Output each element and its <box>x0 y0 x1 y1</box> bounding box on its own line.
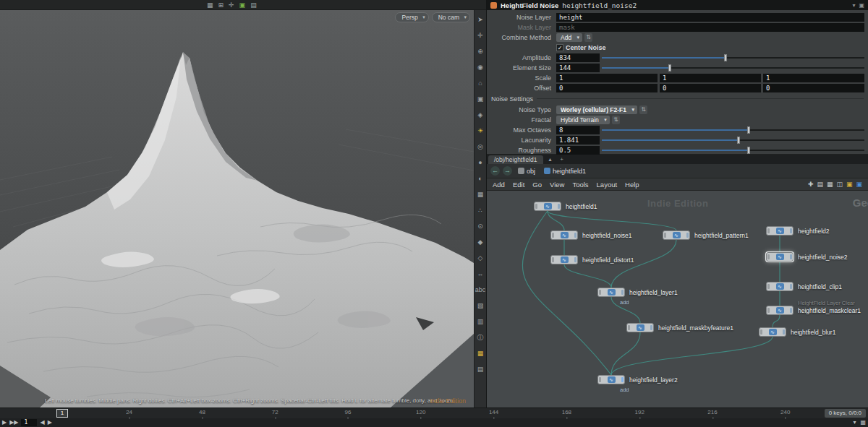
fractal-dropdown[interactable]: Hybrid Terrain <box>556 116 610 124</box>
display-options-icon[interactable]: ▣ <box>856 178 862 191</box>
camera-icon[interactable]: ◎ <box>475 139 486 155</box>
combine-method-stepper-icon[interactable]: ⇅ <box>584 33 592 42</box>
scale-field-0[interactable]: 1 <box>556 74 658 82</box>
breadcrumb-heightfield1[interactable]: heightfield1 <box>541 167 589 176</box>
breadcrumb-obj[interactable]: obj <box>515 167 538 176</box>
menu-edit[interactable]: Edit <box>513 181 524 189</box>
node-bypass-flag[interactable] <box>760 329 762 335</box>
slider-handle[interactable] <box>747 126 750 134</box>
menu-view[interactable]: View <box>550 181 564 189</box>
element-size-value-field[interactable]: 144 <box>556 64 600 72</box>
node-heightfield-distort1[interactable]: ∿heightfield_distort1 <box>550 255 578 264</box>
lock-camera-icon[interactable]: ◈ <box>475 107 486 123</box>
terrain-render[interactable] <box>0 10 474 407</box>
node-bypass-flag[interactable] <box>767 254 770 259</box>
pan-tool-icon[interactable]: ✛ <box>475 27 486 43</box>
group-select-icon[interactable]: ◆ <box>475 234 486 250</box>
node-display-flag[interactable] <box>790 284 792 289</box>
node-heightfield-blur1[interactable]: ∿heightfield_blur1 <box>759 327 786 337</box>
tools-icon[interactable]: ✚ <box>808 178 814 191</box>
viewport-render-area[interactable]: ➤✛⊕◉⌂▣◈☀◎●◐▦∴⊙◆◇↔abc▧▥ⓘ▦▤ Persp No cam L… <box>0 10 486 407</box>
node-display-flag[interactable] <box>574 233 576 238</box>
offset-field-1[interactable]: 0 <box>660 84 761 92</box>
menu-go[interactable]: Go <box>532 181 542 189</box>
amplitude-value-field[interactable]: 834 <box>556 53 600 62</box>
current-frame-marker[interactable]: 1 <box>56 409 68 418</box>
node-name-field[interactable]: heightfield_noise2 <box>562 1 637 9</box>
snap-grid-icon[interactable]: ▦ <box>207 0 213 10</box>
node-bypass-flag[interactable] <box>767 308 770 313</box>
node-display-flag[interactable] <box>790 308 792 313</box>
snap-multi-icon[interactable]: ✛ <box>229 0 234 10</box>
prev-frame-button[interactable]: ◀ <box>40 418 44 427</box>
node-bypass-flag[interactable] <box>552 233 554 238</box>
node-heightfield-noise1[interactable]: ∿heightfield_noise1 <box>550 230 578 240</box>
lacunarity-value-field[interactable]: 1.841 <box>556 136 600 145</box>
info-icon[interactable]: ⓘ <box>475 329 486 345</box>
wire-heightfield1-to-heightfield-noise1[interactable] <box>548 211 564 230</box>
snap-options-icon[interactable]: ▤ <box>250 0 257 10</box>
slider-handle[interactable] <box>747 147 750 154</box>
node-bypass-flag[interactable] <box>552 257 554 262</box>
home-view-icon[interactable]: ⌂ <box>475 75 486 91</box>
menu-help[interactable]: Help <box>625 181 639 189</box>
menu-tools[interactable]: Tools <box>572 181 588 189</box>
tab-add-icon[interactable]: + <box>558 155 566 164</box>
frame-input[interactable]: 1 <box>21 419 37 426</box>
jump-end-button[interactable]: ▶▶ <box>9 418 18 427</box>
node-heightfield-clip1[interactable]: ∿heightfield_clip1 <box>766 282 793 291</box>
noise-layer-field[interactable]: height <box>556 13 864 22</box>
menu-add[interactable]: Add <box>493 181 505 189</box>
slider-handle[interactable] <box>668 64 671 72</box>
node-heightfield-maskbyfeature1[interactable]: ∿heightfield_maskbyfeature1 <box>626 323 654 332</box>
param-panel-pin-icon[interactable]: ▣ <box>859 2 864 9</box>
split-view-icon[interactable]: ◫ <box>836 178 843 191</box>
node-display-flag[interactable] <box>558 204 560 209</box>
amplitude-slider[interactable] <box>602 53 864 62</box>
wire-heightfield-distort1-to-heightfield-layer1[interactable] <box>564 264 611 288</box>
timeline-ruler[interactable]: 1 24487296120144168192216240 0 keys, 0/0… <box>0 407 868 418</box>
fractal-stepper-icon[interactable]: ⇅ <box>612 116 620 124</box>
node-bypass-flag[interactable] <box>628 325 630 330</box>
combine-method-dropdown[interactable]: Add <box>556 33 582 42</box>
frame-selected-icon[interactable]: ▣ <box>475 91 486 107</box>
slider-handle[interactable] <box>724 54 727 61</box>
noise-type-stepper-icon[interactable]: ⇅ <box>639 105 647 114</box>
node-display-flag[interactable] <box>686 233 689 238</box>
snap-toggle-icon[interactable]: ◇ <box>475 250 486 266</box>
node-bypass-flag[interactable] <box>599 290 601 295</box>
tree-view-icon[interactable]: ▤ <box>817 178 823 191</box>
node-bypass-flag[interactable] <box>599 377 601 382</box>
playbar-menu-icon[interactable]: ▾ <box>853 418 856 427</box>
snapshot-icon[interactable]: ▤ <box>475 361 486 377</box>
node-bypass-flag[interactable] <box>767 228 770 233</box>
abc-display-icon[interactable]: abc <box>475 282 486 298</box>
wire-heightfield-maskclear1-to-heightfield-blur1[interactable] <box>773 315 780 327</box>
points-display-icon[interactable]: ∴ <box>475 202 486 218</box>
node-bypass-flag[interactable] <box>535 204 537 209</box>
view-tool-icon[interactable]: ➤ <box>475 12 486 27</box>
animation-options-icon[interactable]: ▦ <box>860 418 866 427</box>
lacunarity-slider[interactable] <box>602 136 864 145</box>
node-heightfield-noise2[interactable]: ∿heightfield_noise2 <box>766 252 793 262</box>
light-icon[interactable]: ☀ <box>475 123 486 139</box>
camera-select-button[interactable]: No cam <box>432 12 470 22</box>
network-path-tab[interactable]: /obj/heightfield1 <box>488 155 543 164</box>
measure-icon[interactable]: ↔ <box>475 266 486 282</box>
image-plane-icon[interactable]: ▧ <box>475 298 486 314</box>
material-mode-icon[interactable]: ◐ <box>475 171 486 186</box>
network-editor-canvas[interactable]: Indie Edition Geo ∿heightfield1∿heightfi… <box>487 191 868 407</box>
persp-view-button[interactable]: Persp <box>395 12 428 22</box>
roughness-value-field[interactable]: 0.5 <box>556 146 600 155</box>
wire-heightfield1-to-heightfield-pattern1[interactable] <box>548 211 676 230</box>
shaded-mode-icon[interactable]: ● <box>475 155 486 171</box>
node-heightfield-layer1[interactable]: ∿heightfield_layer1add <box>597 288 625 297</box>
view-options-icon[interactable]: ▥ <box>475 314 486 329</box>
center-noise-checkbox[interactable]: ✓ <box>556 44 563 51</box>
mask-layer-field[interactable]: mask <box>556 23 864 32</box>
node-heightfield-pattern1[interactable]: ∿heightfield_pattern1 <box>663 230 690 240</box>
wire-heightfield-blur1-to-heightfield-layer2[interactable] <box>611 337 773 375</box>
section-noise-settings[interactable]: Noise Settings <box>491 94 864 103</box>
node-display-flag[interactable] <box>783 329 785 335</box>
first-person-icon[interactable]: ◉ <box>475 59 486 75</box>
